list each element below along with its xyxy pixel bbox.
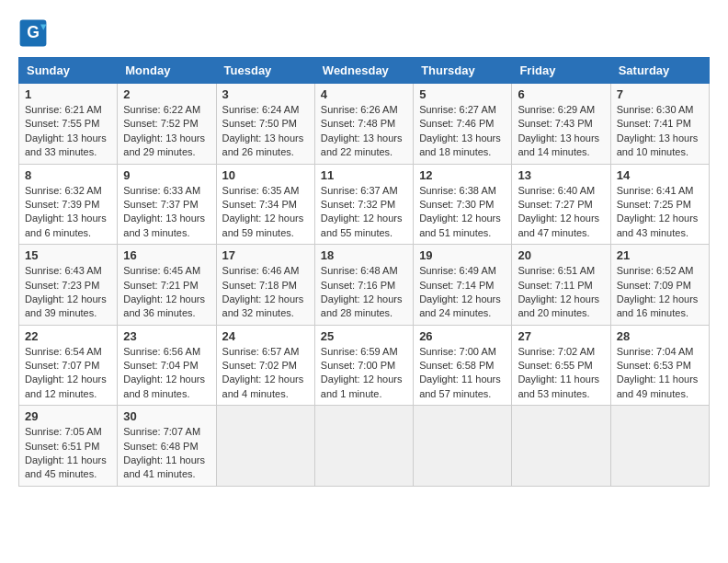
day-info: Sunrise: 6:43 AM Sunset: 7:23 PM Dayligh… [25,264,111,321]
day-number: 28 [617,329,703,343]
sunset-label: Sunset: 7:16 PM [321,280,395,291]
sunrise-label: Sunrise: 6:21 AM [25,104,102,115]
day-number: 18 [321,248,407,262]
day-info: Sunrise: 6:32 AM Sunset: 7:39 PM Dayligh… [25,184,111,241]
day-info: Sunrise: 6:40 AM Sunset: 7:27 PM Dayligh… [518,184,604,241]
calendar-cell: 4 Sunrise: 6:26 AM Sunset: 7:48 PM Dayli… [314,84,413,165]
sunrise-label: Sunrise: 6:48 AM [321,265,398,276]
day-number: 1 [25,87,111,101]
daylight-label: Daylight: 12 hours and 36 minutes. [123,293,205,318]
calendar-cell [610,406,709,487]
calendar-cell: 24 Sunrise: 6:57 AM Sunset: 7:02 PM Dayl… [216,325,314,406]
weekday-header-row: SundayMondayTuesdayWednesdayThursdayFrid… [19,58,710,84]
sunrise-label: Sunrise: 6:38 AM [419,185,496,196]
calendar-cell: 18 Sunrise: 6:48 AM Sunset: 7:16 PM Dayl… [314,245,413,326]
calendar-body: 1 Sunrise: 6:21 AM Sunset: 7:55 PM Dayli… [19,84,710,487]
sunset-label: Sunset: 7:50 PM [222,118,297,129]
calendar-cell: 8 Sunrise: 6:32 AM Sunset: 7:39 PM Dayli… [19,164,118,245]
daylight-label: Daylight: 12 hours and 1 minute. [321,373,403,398]
day-number: 20 [518,248,604,262]
day-info: Sunrise: 6:41 AM Sunset: 7:25 PM Dayligh… [617,184,703,241]
sunset-label: Sunset: 7:18 PM [222,280,297,291]
sunrise-label: Sunrise: 6:59 AM [321,346,398,357]
day-number: 10 [222,168,309,182]
calendar-cell [512,406,610,487]
day-info: Sunrise: 6:57 AM Sunset: 7:02 PM Dayligh… [222,345,309,402]
daylight-label: Daylight: 13 hours and 22 minutes. [321,132,403,157]
daylight-label: Daylight: 12 hours and 51 minutes. [419,213,501,237]
weekday-header-sunday: Sunday [19,58,118,84]
daylight-label: Daylight: 12 hours and 12 minutes. [25,373,107,398]
calendar-cell: 5 Sunrise: 6:27 AM Sunset: 7:46 PM Dayli… [414,84,512,165]
calendar-cell: 26 Sunrise: 7:00 AM Sunset: 6:58 PM Dayl… [414,325,512,406]
calendar-cell: 30 Sunrise: 7:07 AM Sunset: 6:48 PM Dayl… [118,406,216,487]
daylight-label: Daylight: 12 hours and 59 minutes. [222,213,304,237]
weekday-header-tuesday: Tuesday [216,58,314,84]
sunset-label: Sunset: 7:21 PM [123,280,198,291]
day-info: Sunrise: 6:33 AM Sunset: 7:37 PM Dayligh… [123,184,210,241]
day-number: 13 [518,168,604,182]
daylight-label: Daylight: 13 hours and 33 minutes. [25,132,107,157]
calendar-week-row: 15 Sunrise: 6:43 AM Sunset: 7:23 PM Dayl… [19,245,710,326]
sunset-label: Sunset: 7:41 PM [617,118,691,129]
calendar-cell: 20 Sunrise: 6:51 AM Sunset: 7:11 PM Dayl… [512,245,610,326]
calendar-cell: 25 Sunrise: 6:59 AM Sunset: 7:00 PM Dayl… [314,325,413,406]
day-info: Sunrise: 6:29 AM Sunset: 7:43 PM Dayligh… [518,103,604,160]
sunset-label: Sunset: 7:52 PM [123,118,198,129]
day-number: 22 [25,329,111,343]
sunrise-label: Sunrise: 6:30 AM [617,104,694,115]
daylight-label: Daylight: 12 hours and 16 minutes. [617,293,699,318]
sunset-label: Sunset: 7:27 PM [518,199,592,210]
day-number: 19 [419,248,506,262]
day-info: Sunrise: 6:45 AM Sunset: 7:21 PM Dayligh… [123,264,210,321]
day-number: 11 [321,168,407,182]
calendar-cell [414,406,512,487]
day-number: 29 [25,409,111,423]
sunset-label: Sunset: 6:55 PM [518,360,592,371]
day-info: Sunrise: 6:26 AM Sunset: 7:48 PM Dayligh… [321,103,407,160]
page-header: G [18,18,710,48]
daylight-label: Daylight: 13 hours and 18 minutes. [419,132,501,157]
day-number: 14 [617,168,703,182]
sunrise-label: Sunrise: 6:51 AM [518,265,595,276]
daylight-label: Daylight: 11 hours and 53 minutes. [518,373,599,398]
day-info: Sunrise: 6:54 AM Sunset: 7:07 PM Dayligh… [25,345,111,402]
day-info: Sunrise: 6:24 AM Sunset: 7:50 PM Dayligh… [222,103,309,160]
day-number: 9 [123,168,210,182]
day-info: Sunrise: 7:02 AM Sunset: 6:55 PM Dayligh… [518,345,604,402]
sunset-label: Sunset: 6:53 PM [617,360,691,371]
sunset-label: Sunset: 7:46 PM [419,118,494,129]
sunrise-label: Sunrise: 6:29 AM [518,104,595,115]
day-info: Sunrise: 6:21 AM Sunset: 7:55 PM Dayligh… [25,103,111,160]
sunrise-label: Sunrise: 6:57 AM [222,346,300,357]
sunrise-label: Sunrise: 6:37 AM [321,185,398,196]
calendar-cell: 3 Sunrise: 6:24 AM Sunset: 7:50 PM Dayli… [216,84,314,165]
sunrise-label: Sunrise: 6:40 AM [518,185,595,196]
day-info: Sunrise: 6:56 AM Sunset: 7:04 PM Dayligh… [123,345,210,402]
calendar-week-row: 8 Sunrise: 6:32 AM Sunset: 7:39 PM Dayli… [19,164,710,245]
sunset-label: Sunset: 6:48 PM [123,441,198,452]
day-number: 15 [25,248,111,262]
sunset-label: Sunset: 6:51 PM [25,441,99,452]
calendar-week-row: 1 Sunrise: 6:21 AM Sunset: 7:55 PM Dayli… [19,84,710,165]
calendar-cell: 21 Sunrise: 6:52 AM Sunset: 7:09 PM Dayl… [610,245,709,326]
sunset-label: Sunset: 7:02 PM [222,360,297,371]
day-number: 3 [222,87,309,101]
sunrise-label: Sunrise: 6:22 AM [123,104,200,115]
sunrise-label: Sunrise: 6:35 AM [222,185,300,196]
daylight-label: Daylight: 13 hours and 29 minutes. [123,132,205,157]
sunrise-label: Sunrise: 6:52 AM [617,265,694,276]
calendar-cell: 19 Sunrise: 6:49 AM Sunset: 7:14 PM Dayl… [414,245,512,326]
day-number: 6 [518,87,604,101]
day-number: 7 [617,87,703,101]
daylight-label: Daylight: 13 hours and 6 minutes. [25,213,107,237]
day-number: 16 [123,248,210,262]
logo-icon: G [18,18,48,48]
sunset-label: Sunset: 7:34 PM [222,199,297,210]
calendar-week-row: 22 Sunrise: 6:54 AM Sunset: 7:07 PM Dayl… [19,325,710,406]
day-info: Sunrise: 6:35 AM Sunset: 7:34 PM Dayligh… [222,184,309,241]
sunrise-label: Sunrise: 7:02 AM [518,346,595,357]
day-number: 24 [222,329,309,343]
daylight-label: Daylight: 12 hours and 28 minutes. [321,293,403,318]
sunset-label: Sunset: 6:58 PM [419,360,494,371]
